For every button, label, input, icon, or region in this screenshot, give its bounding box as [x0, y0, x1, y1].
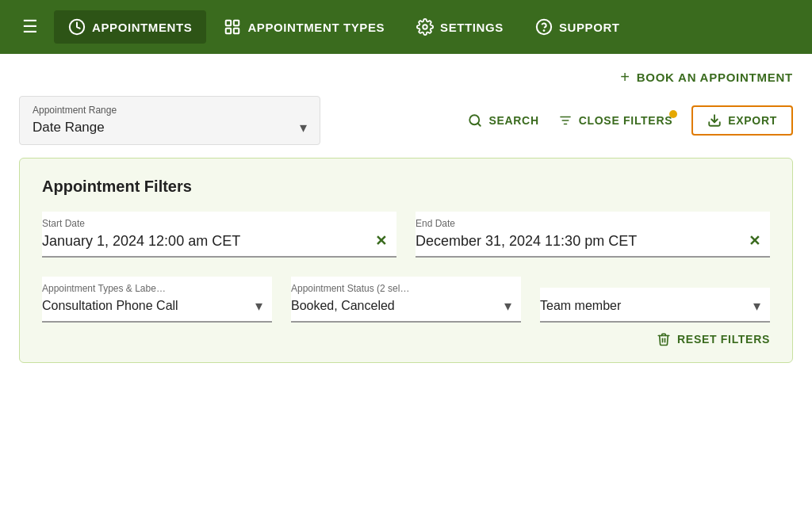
nav-appointments-label: APPOINTMENTS: [92, 21, 192, 34]
grid-icon: [224, 18, 241, 36]
close-filters-label: CLOSE FILTERS: [579, 114, 673, 127]
book-appointment-label: BOOK AN APPOINTMENT: [637, 71, 793, 84]
svg-rect-4: [234, 29, 239, 33]
start-date-clear-button[interactable]: ✕: [375, 232, 387, 250]
appointment-range-value-row: Date Range ▾: [33, 119, 307, 136]
chevron-down-icon: ▾: [300, 119, 307, 136]
book-row: + BOOK AN APPOINTMENT: [19, 54, 793, 96]
export-button[interactable]: EXPORT: [691, 105, 793, 136]
appointment-status-value-row: Booked, Canceled ▾: [291, 297, 511, 315]
nav-appointment-types-label: APPOINTMENT TYPES: [247, 21, 385, 34]
team-member-chevron-icon: ▾: [753, 297, 760, 315]
main-content: + BOOK AN APPOINTMENT Appointment Range …: [0, 54, 812, 363]
appointment-types-value: Consultation Phone Call: [42, 299, 178, 313]
svg-rect-1: [226, 21, 231, 25]
end-date-value-row: December 31, 2024 11:30 pm CET ✕: [416, 232, 760, 250]
appointment-status-dropdown[interactable]: Appointment Status (2 sel… Booked, Cance…: [291, 277, 521, 323]
close-filters-button[interactable]: CLOSE FILTERS: [558, 113, 673, 128]
svg-line-9: [478, 123, 481, 125]
nav-support-label: SUPPORT: [559, 21, 620, 34]
filter-active-dot: [669, 110, 677, 118]
reset-row: RESET FILTERS: [42, 332, 770, 346]
nav-settings[interactable]: SETTINGS: [402, 10, 518, 44]
top-navigation: ☰ APPOINTMENTS APPOINTMENT TYPES SETTING…: [0, 0, 812, 54]
gear-icon: [416, 18, 434, 36]
svg-rect-2: [234, 21, 239, 25]
search-button[interactable]: SEARCH: [468, 113, 538, 128]
nav-appointments[interactable]: APPOINTMENTS: [54, 10, 206, 44]
close-filters-wrapper: CLOSE FILTERS: [558, 113, 673, 128]
clock-icon: [68, 18, 86, 36]
appointment-status-dropdown-label: Appointment Status (2 sel…: [291, 283, 511, 294]
export-label: EXPORT: [728, 114, 777, 127]
appointment-range-select[interactable]: Appointment Range Date Range ▾: [19, 96, 320, 145]
book-appointment-button[interactable]: + BOOK AN APPOINTMENT: [620, 68, 793, 86]
team-member-dropdown[interactable]: Team member ▾: [540, 288, 770, 323]
filters-panel-title: Appointment Filters: [42, 178, 770, 196]
appointment-range-value: Date Range: [33, 120, 105, 136]
date-row: Start Date January 1, 2024 12:00 am CET …: [42, 212, 770, 258]
nav-settings-label: SETTINGS: [440, 21, 504, 34]
search-icon: [468, 113, 482, 128]
reset-filters-button[interactable]: RESET FILTERS: [657, 332, 770, 346]
question-icon: [535, 18, 553, 36]
team-member-value: Team member: [540, 299, 621, 313]
plus-icon: +: [620, 68, 630, 86]
filters-panel: Appointment Filters Start Date January 1…: [19, 158, 793, 363]
appointment-types-value-row: Consultation Phone Call ▾: [42, 297, 262, 315]
appointment-types-dropdown[interactable]: Appointment Types & Labe… Consultation P…: [42, 277, 272, 323]
appointment-types-chevron-icon: ▾: [255, 297, 262, 315]
search-label: SEARCH: [488, 114, 538, 127]
nav-support[interactable]: SUPPORT: [521, 10, 634, 44]
start-date-label: Start Date: [42, 218, 387, 229]
appointment-status-value: Booked, Canceled: [291, 299, 395, 313]
svg-point-5: [423, 25, 427, 29]
dropdowns-row: Appointment Types & Labe… Consultation P…: [42, 277, 770, 323]
svg-rect-3: [226, 29, 231, 33]
appointment-types-dropdown-label: Appointment Types & Labe…: [42, 283, 262, 294]
reset-icon: [657, 332, 671, 346]
hamburger-menu-icon[interactable]: ☰: [13, 10, 48, 44]
start-date-field: Start Date January 1, 2024 12:00 am CET …: [42, 212, 396, 258]
filter-icon: [558, 113, 573, 128]
appointment-range-label: Appointment Range: [33, 105, 307, 116]
appointment-status-chevron-icon: ▾: [504, 297, 511, 315]
export-icon: [707, 113, 722, 128]
filter-actions: SEARCH CLOSE FILTERS: [468, 105, 793, 136]
end-date-label: End Date: [416, 218, 760, 229]
team-member-value-row: Team member ▾: [540, 297, 760, 315]
end-date-clear-button[interactable]: ✕: [749, 232, 760, 250]
filter-row: Appointment Range Date Range ▾ SEARCH: [19, 96, 793, 158]
end-date-field: End Date December 31, 2024 11:30 pm CET …: [416, 212, 770, 258]
start-date-value: January 1, 2024 12:00 am CET: [42, 233, 240, 250]
start-date-value-row: January 1, 2024 12:00 am CET ✕: [42, 232, 387, 250]
reset-filters-label: RESET FILTERS: [677, 333, 770, 346]
end-date-value: December 31, 2024 11:30 pm CET: [416, 233, 637, 250]
nav-appointment-types[interactable]: APPOINTMENT TYPES: [209, 10, 399, 44]
